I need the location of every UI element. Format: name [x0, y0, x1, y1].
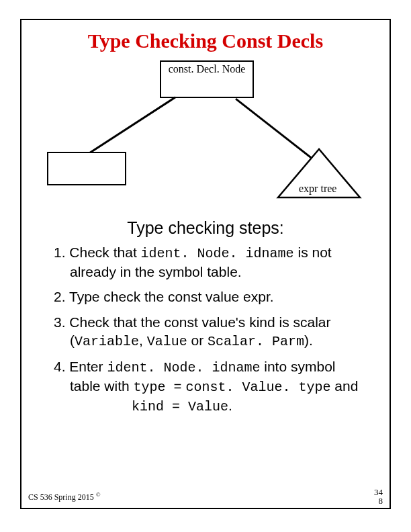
step-3-code1: Variable — [75, 334, 139, 349]
step-3-code2: Value — [147, 334, 187, 349]
step-4-code1: ident. Node. idname — [107, 360, 260, 375]
step-4-code4: kind = Value — [132, 399, 228, 414]
footer-left: CS 536 Spring 2015 © — [28, 491, 101, 502]
step-4-text-a: 4. Enter — [54, 359, 107, 374]
step-4-text-d: . — [228, 398, 232, 413]
step-1-text-a: 1. Check that — [54, 245, 141, 260]
root-node-body — [160, 75, 254, 98]
footer-right: 34 8 — [374, 488, 383, 505]
footer-course: CS 536 Spring 2015 — [28, 492, 94, 502]
step-1-code: ident. Node. idname — [141, 246, 294, 261]
step-3: 3. Check that the const value's kind is … — [54, 313, 365, 351]
expr-tree-label: expr tree — [299, 183, 336, 195]
step-4-text-c: and — [330, 378, 358, 394]
step-3-text-c: ). — [304, 332, 313, 348]
ident-node-box — [47, 152, 126, 169]
step-3-text-b: or — [187, 332, 208, 348]
footer-page-2: 8 — [374, 496, 383, 505]
step-4-code3: const. Value. type — [185, 379, 330, 396]
diagram-area: const. Decl. Node ident. Node expr tree — [21, 60, 390, 208]
step-1: 1. Check that ident. Node. idname is not… — [54, 243, 365, 281]
step-3-code3: Scalar. Parm — [208, 334, 304, 349]
step-2: 2. Type check the const value expr. — [54, 287, 365, 306]
step-3-mid: , — [139, 332, 147, 348]
step-4: 4. Enter ident. Node. idname into symbol… — [54, 357, 365, 416]
page-frame: Type Checking Const Decls const. Decl. N… — [20, 19, 391, 509]
slide-title: Type Checking Const Decls — [21, 30, 390, 52]
footer-copyright: © — [96, 491, 101, 498]
steps-list: 1. Check that ident. Node. idname is not… — [54, 243, 365, 423]
ident-node-body — [47, 168, 126, 185]
step-4-code2: type = — [134, 380, 182, 395]
arrow-left — [79, 96, 176, 160]
steps-heading: Type checking steps: — [21, 218, 390, 238]
